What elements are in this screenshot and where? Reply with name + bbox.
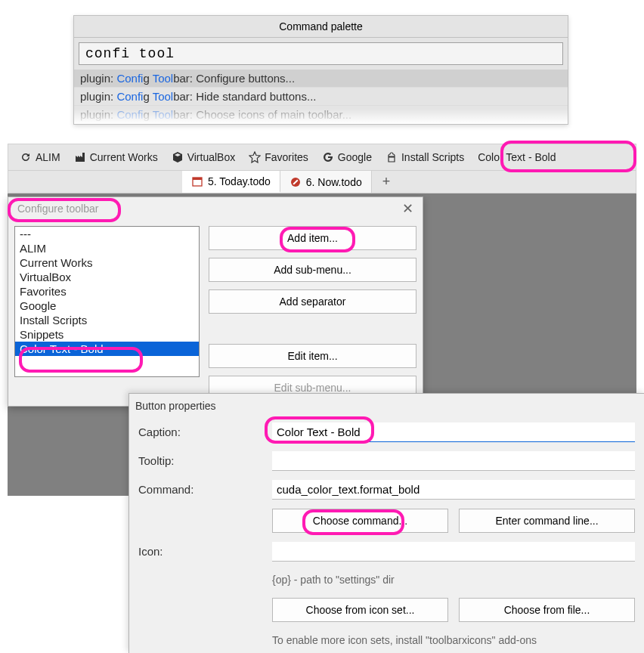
palette-item[interactable]: plugin: Config Toolbar: Configure button… (74, 70, 568, 88)
toolbar-label: VirtualBox (187, 151, 236, 163)
choose-command-button[interactable]: Choose command... (272, 509, 448, 533)
caption-label: Caption: (138, 422, 263, 438)
toolbar-label: Favorites (265, 151, 308, 163)
enter-command-line-button[interactable]: Enter command line... (459, 509, 635, 533)
list-item[interactable]: VirtualBox (15, 270, 199, 284)
icon-input[interactable] (272, 542, 635, 562)
button-properties-dialog: Button properties Caption: Tooltip: Comm… (128, 393, 644, 653)
tab-label: 5. Today.todo (208, 175, 271, 187)
toolbar-item-alim[interactable]: ALIM (13, 147, 67, 168)
tab-now[interactable]: 6. Now.todo (280, 171, 372, 193)
toolbar-label: Install Scripts (401, 151, 464, 163)
toolbar-item-currentworks[interactable]: Current Works (67, 147, 165, 168)
nocircle-icon (289, 176, 302, 188)
tab-bar: 5. Today.todo 6. Now.todo + (8, 171, 636, 193)
choose-iconset-button[interactable]: Choose from icon set... (272, 598, 448, 622)
close-icon[interactable]: ✕ (402, 202, 413, 215)
list-item[interactable]: Favorites (15, 284, 199, 299)
list-item[interactable]: Snippets (15, 327, 199, 342)
google-icon (322, 151, 334, 163)
palette-item[interactable]: plugin: Config Toolbar: Choose icons of … (74, 106, 568, 124)
tooltip-label: Tooltip: (138, 451, 263, 467)
edit-item-button[interactable]: Edit item... (209, 344, 416, 368)
palette-results: plugin: Config Toolbar: Configure button… (74, 70, 568, 124)
add-separator-button[interactable]: Add separator (209, 289, 416, 314)
tooltip-input[interactable] (272, 451, 635, 471)
add-item-button[interactable]: Add item... (209, 226, 416, 250)
tab-label: 6. Now.todo (306, 176, 362, 188)
list-item[interactable]: ALIM (15, 241, 199, 255)
refresh-icon (20, 151, 32, 163)
palette-input-wrap: confi tool (74, 38, 568, 70)
command-label: Command: (138, 480, 263, 496)
new-tab-button[interactable]: + (372, 174, 401, 190)
palette-item[interactable]: plugin: Config Toolbar: Hide standard bu… (74, 88, 568, 106)
toolbar-label: Color Text - Bold (478, 151, 556, 163)
toolbar-item-favorites[interactable]: Favorites (242, 147, 315, 168)
list-item[interactable]: --- (15, 227, 199, 241)
toolbar-item-install-scripts[interactable]: Install Scripts (379, 147, 471, 168)
command-palette: Command palette confi tool plugin: Confi… (73, 15, 568, 125)
iconset-hint: To enable more icon sets, install "toolb… (272, 631, 635, 649)
caption-input[interactable] (272, 422, 635, 442)
toolbar-item-color-text-bold[interactable]: Color Text - Bold (471, 147, 562, 168)
list-item[interactable]: Google (15, 299, 199, 313)
main-toolbar: ALIM Current Works VirtualBox Favorites … (8, 144, 636, 171)
star-icon (249, 151, 261, 163)
choose-file-button[interactable]: Choose from file... (459, 598, 635, 622)
configure-toolbar-dialog: Configure toolbar ✕ --- ALIM Current Wor… (8, 197, 423, 407)
icon-label: Icon: (138, 542, 263, 558)
icon-path-hint: {op} - path to "settings" dir (272, 571, 635, 589)
factory-icon (74, 151, 86, 163)
palette-input[interactable]: confi tool (79, 42, 563, 65)
dialog-title: Button properties (129, 400, 644, 418)
toolbar-items-list[interactable]: --- ALIM Current Works VirtualBox Favori… (14, 226, 200, 377)
palette-title: Command palette (74, 16, 568, 38)
command-input[interactable] (272, 480, 635, 500)
add-submenu-button[interactable]: Add sub-menu... (209, 258, 416, 282)
svg-rect-1 (193, 178, 202, 180)
cube-icon (172, 151, 184, 163)
chef-icon (385, 151, 398, 163)
tab-today[interactable]: 5. Today.todo (182, 171, 280, 193)
list-item-selected[interactable]: Color Text - Bold (15, 342, 199, 356)
toolbar-label: Current Works (90, 151, 158, 163)
toolbar-label: ALIM (36, 151, 60, 163)
toolbar-item-google[interactable]: Google (315, 147, 379, 168)
dialog-title: Configure toolbar (17, 203, 98, 215)
calendar-icon (191, 175, 203, 187)
toolbar-label: Google (338, 151, 372, 163)
list-item[interactable]: Install Scripts (15, 313, 199, 327)
toolbar-item-virtualbox[interactable]: VirtualBox (165, 147, 243, 168)
list-item[interactable]: Current Works (15, 255, 199, 270)
